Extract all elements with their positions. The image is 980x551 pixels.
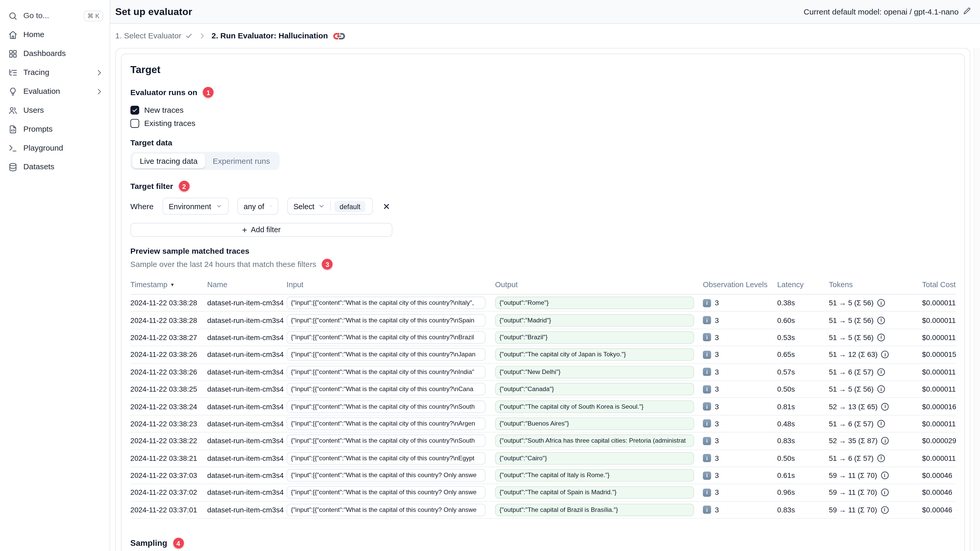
table-header: Timestamp▼NameInputOutputObservation Lev…: [130, 275, 956, 295]
table-row[interactable]: 2024-11-22 03:38:23dataset-run-item-cm3s…: [130, 416, 956, 433]
cell-input-json[interactable]: {"input":[{"content":"What is the capita…: [286, 469, 485, 482]
cell-input-json[interactable]: {"input":[{"content":"What is the capita…: [286, 400, 485, 413]
cell-output-json[interactable]: {"output":"Madrid"}: [495, 314, 694, 327]
column-header-timestamp[interactable]: Timestamp▼: [130, 280, 207, 289]
cell-name: dataset-run-item-cm3s4: [207, 316, 286, 324]
sidebar-item-evaluation[interactable]: Evaluation: [0, 82, 110, 101]
table-row[interactable]: 2024-11-22 03:38:26dataset-run-item-cm3s…: [130, 364, 956, 381]
cell-input-json[interactable]: {"input":[{"content":"What is the capita…: [286, 314, 485, 327]
sidebar-item-playground[interactable]: Playground: [0, 138, 110, 157]
tab-experiment-runs[interactable]: Experiment runs: [205, 154, 277, 168]
cell-latency: 0.50s: [777, 454, 829, 462]
cell-tokens: 51 → 5 (Σ 56)i: [829, 316, 922, 324]
cell-output-json[interactable]: {"output":"The capital of Brazil is Bras…: [495, 503, 694, 516]
cell-timestamp: 2024-11-22 03:38:26: [130, 368, 207, 376]
column-header-tokens[interactable]: Tokens: [829, 280, 922, 289]
filter-value-select[interactable]: Select default: [287, 198, 372, 215]
cell-output-json[interactable]: {"output":"Canada"}: [495, 383, 694, 395]
page-scrollbar[interactable]: [974, 48, 980, 551]
cell-tokens: 51 → 5 (Σ 56)i: [829, 299, 922, 306]
breadcrumb-step-1[interactable]: 1. Select Evaluator: [115, 31, 193, 40]
sampling-section: Sampling 4 100.00 %: [130, 538, 955, 551]
cell-tokens: 51 → 6 (Σ 57)i: [829, 420, 922, 427]
cell-input-json[interactable]: {"input":[{"content":"What is the capita…: [286, 297, 485, 310]
table-row[interactable]: 2024-11-22 03:38:21dataset-run-item-cm3s…: [130, 450, 956, 467]
column-header-input[interactable]: Input: [286, 280, 495, 289]
filter-operator-select[interactable]: any of: [237, 198, 278, 215]
where-label: Where: [130, 202, 153, 211]
cell-output-json[interactable]: {"output":"The capital of Italy is Rome.…: [495, 469, 694, 482]
cell-observation-levels: i3: [703, 506, 777, 514]
info-icon: i: [881, 351, 889, 359]
checkbox-existing-traces[interactable]: Existing traces: [130, 116, 955, 130]
goto-search-button[interactable]: Go to... ⌘ K: [0, 6, 110, 25]
add-filter-button[interactable]: + Add filter: [130, 223, 393, 237]
info-badge-icon: i: [703, 472, 711, 480]
cell-input-json[interactable]: {"input":[{"content":"What is the capita…: [286, 503, 485, 516]
sidebar-item-datasets[interactable]: Datasets: [0, 157, 110, 176]
cell-input-json[interactable]: {"input":[{"content":"What is the capita…: [286, 486, 485, 499]
cell-tokens: 59 → 11 (Σ 70)i: [829, 489, 922, 496]
table-row[interactable]: 2024-11-22 03:38:24dataset-run-item-cm3s…: [130, 398, 956, 416]
column-header-total-cost[interactable]: Total Cost: [922, 280, 956, 289]
cell-input-json[interactable]: {"input":[{"content":"What is the capita…: [286, 366, 485, 378]
dashboards-icon: [8, 49, 18, 58]
cell-input-json[interactable]: {"input":[{"content":"What is the capita…: [286, 331, 485, 344]
table-row[interactable]: 2024-11-22 03:38:22dataset-run-item-cm3s…: [130, 433, 956, 450]
cell-name: dataset-run-item-cm3s4: [207, 472, 286, 479]
cell-input-json[interactable]: {"input":[{"content":"What is the capita…: [286, 348, 485, 361]
cell-input-json[interactable]: {"input":[{"content":"What is the capita…: [286, 383, 485, 395]
checkbox-new-traces[interactable]: New traces: [130, 103, 955, 116]
cell-output-json[interactable]: {"output":"The capital city of Japan is …: [495, 348, 694, 361]
cell-timestamp: 2024-11-22 03:38:21: [130, 454, 207, 462]
evaluation-icon: [8, 87, 18, 96]
cell-tokens: 51 → 6 (Σ 57)i: [829, 454, 922, 462]
sidebar-item-users[interactable]: Users: [0, 101, 110, 120]
tab-live-tracing-data[interactable]: Live tracing data: [132, 154, 205, 168]
column-header-observation-levels[interactable]: Observation Levels: [703, 280, 777, 289]
cell-output-json[interactable]: {"output":"Brazil"}: [495, 331, 694, 344]
traces-table: Timestamp▼NameInputOutputObservation Lev…: [130, 275, 956, 519]
cell-input-json[interactable]: {"input":[{"content":"What is the capita…: [286, 417, 485, 430]
remove-filter-button[interactable]: ✕: [382, 201, 391, 212]
tracing-icon: [8, 68, 18, 77]
column-header-output[interactable]: Output: [495, 280, 703, 289]
table-row[interactable]: 2024-11-22 03:38:28dataset-run-item-cm3s…: [130, 312, 956, 329]
cell-latency: 0.38s: [777, 299, 829, 306]
column-header-latency[interactable]: Latency: [777, 280, 829, 289]
table-row[interactable]: 2024-11-22 03:38:26dataset-run-item-cm3s…: [130, 346, 956, 364]
cell-timestamp: 2024-11-22 03:38:28: [130, 299, 207, 306]
cell-output-json[interactable]: {"output":"Cairo"}: [495, 452, 694, 465]
info-icon: i: [881, 437, 889, 445]
cell-timestamp: 2024-11-22 03:38:28: [130, 316, 207, 324]
cell-output-json[interactable]: {"output":"Buenos Aires"}: [495, 417, 694, 430]
cell-tokens: 52 → 35 (Σ 87)i: [829, 437, 922, 445]
sidebar-item-prompts[interactable]: Prompts: [0, 120, 110, 139]
cell-total-cost: $0.000011i: [922, 333, 956, 341]
default-model-button[interactable]: Current default model: openai / gpt-4.1-…: [804, 7, 971, 17]
cell-output-json[interactable]: {"output":"The capital city of South Kor…: [495, 400, 694, 413]
app-window: Go to... ⌘ K HomeDashboardsTracingEvalua…: [0, 0, 980, 551]
info-icon: i: [881, 472, 888, 479]
sidebar-item-dashboards[interactable]: Dashboards: [0, 44, 110, 63]
cell-output-json[interactable]: {"output":"Rome"}: [495, 297, 694, 310]
cell-output-json[interactable]: {"output":"New Delhi"}: [495, 366, 694, 378]
cell-input-json[interactable]: {"input":[{"content":"What is the capita…: [286, 452, 485, 465]
cell-input-json[interactable]: {"input":[{"content":"What is the capita…: [286, 435, 485, 447]
cell-latency: 0.81s: [777, 403, 829, 410]
sidebar-item-tracing[interactable]: Tracing: [0, 63, 110, 82]
table-row[interactable]: 2024-11-22 03:37:03dataset-run-item-cm3s…: [130, 467, 956, 484]
table-row[interactable]: 2024-11-22 03:38:25dataset-run-item-cm3s…: [130, 381, 956, 399]
cell-output-json[interactable]: {"output":"South Africa has three capita…: [495, 435, 694, 447]
column-header-name[interactable]: Name: [207, 280, 286, 289]
cell-output-json[interactable]: {"output":"The capital of Spain is Madri…: [495, 486, 694, 499]
breadcrumb-step-2[interactable]: 2. Run Evaluator: Hallucination: [212, 31, 345, 40]
playground-icon: [8, 143, 18, 152]
table-row[interactable]: 2024-11-22 03:38:28dataset-run-item-cm3s…: [130, 295, 956, 312]
table-row[interactable]: 2024-11-22 03:37:01dataset-run-item-cm3s…: [130, 502, 956, 519]
table-row[interactable]: 2024-11-22 03:37:02dataset-run-item-cm3s…: [130, 484, 956, 502]
table-row[interactable]: 2024-11-22 03:38:27dataset-run-item-cm3s…: [130, 329, 956, 346]
cell-observation-levels: i3: [703, 368, 777, 376]
filter-field-select[interactable]: Environment: [162, 198, 228, 215]
sidebar-item-home[interactable]: Home: [0, 25, 110, 44]
